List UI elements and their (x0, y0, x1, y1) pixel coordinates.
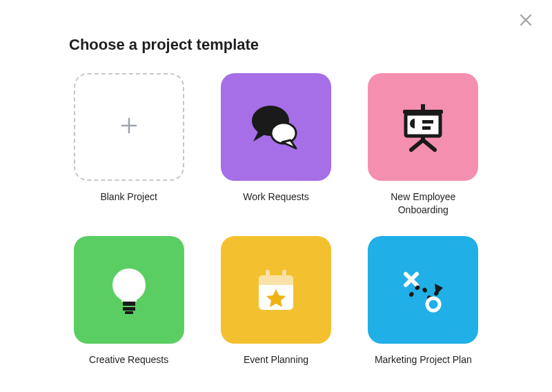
svg-rect-13 (125, 311, 133, 314)
svg-rect-16 (259, 281, 293, 285)
tile-box (368, 236, 478, 344)
svg-point-1 (271, 123, 296, 144)
svg-point-19 (427, 298, 440, 311)
plus-icon (119, 116, 139, 138)
tile-label: New Employee Onboarding (368, 190, 478, 217)
svg-rect-6 (422, 126, 431, 130)
tile-label: Marketing Project Plan (375, 353, 472, 366)
svg-point-10 (112, 268, 146, 302)
tile-label: Event Planning (244, 353, 308, 366)
lightbulb-icon (98, 259, 160, 321)
svg-rect-18 (282, 270, 286, 280)
calendar-star-icon (245, 259, 307, 321)
template-grid: Blank Project Work Requests (69, 73, 483, 366)
tile-label: Creative Requests (89, 353, 168, 366)
svg-line-8 (411, 140, 423, 150)
blank-tile-box (74, 73, 184, 181)
tile-box (221, 73, 331, 181)
svg-line-9 (423, 140, 435, 150)
template-tile-creative[interactable]: Creative Requests (69, 236, 188, 366)
svg-rect-2 (421, 104, 425, 110)
template-tile-event[interactable]: Event Planning (216, 236, 335, 366)
presentation-board-icon (392, 96, 454, 158)
svg-rect-11 (123, 302, 135, 306)
page-title: Choose a project template (69, 36, 483, 54)
svg-rect-17 (266, 270, 270, 280)
close-icon (519, 13, 533, 29)
tile-box (368, 73, 478, 181)
template-tile-blank[interactable]: Blank Project (69, 73, 188, 217)
speech-bubbles-icon (245, 96, 307, 158)
tile-label: Work Requests (243, 190, 308, 204)
tile-box (221, 236, 331, 344)
svg-rect-5 (422, 120, 433, 124)
svg-rect-12 (123, 307, 135, 311)
tile-label: Blank Project (100, 190, 157, 204)
close-button[interactable] (518, 12, 534, 29)
template-tile-onboarding[interactable]: New Employee Onboarding (364, 73, 483, 217)
tile-box (74, 236, 184, 344)
template-tile-work-requests[interactable]: Work Requests (216, 73, 335, 217)
strategy-icon (392, 259, 454, 321)
template-tile-marketing[interactable]: Marketing Project Plan (364, 236, 483, 366)
